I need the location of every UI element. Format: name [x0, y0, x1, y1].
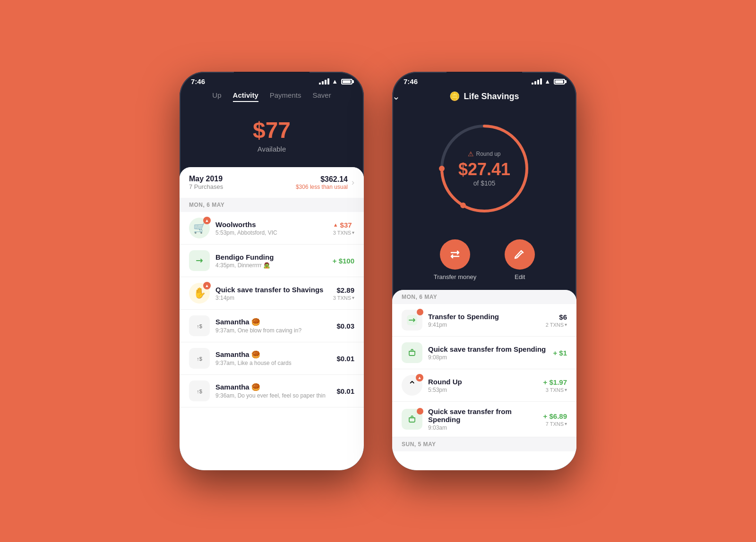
month-amount-section: $362.14 $306 less than usual ›: [296, 175, 354, 190]
txn-txns: 3 TXNS ▾: [543, 387, 567, 393]
txn-icon-samantha1: ↑$: [189, 315, 210, 336]
table-row[interactable]: Transfer to Spending 9:41pm $6 2 TXNS ▾: [392, 304, 576, 337]
nav-item-saver[interactable]: Saver: [312, 91, 331, 102]
month-title: May 2019: [189, 175, 223, 183]
table-row[interactable]: ↑$ Samantha 🥮 9:37am, Like a house of ca…: [180, 342, 364, 375]
txn-icon-woolworths: 🛒 ▲: [189, 218, 210, 238]
svg-text:↑$: ↑$: [197, 323, 202, 329]
txn-details-samantha2: Samantha 🥮 9:37am, Like a house of cards: [215, 350, 336, 366]
phone1-notch: [234, 72, 309, 86]
txn-sub: 9:08pm: [428, 354, 553, 361]
phone2: 7:46 ▲ ⌄ 🪙 Life Shavings: [392, 72, 576, 470]
txn-txns: 3 TXNS ▾: [333, 295, 354, 301]
txn-details-roundup: Round Up 5:53pm: [428, 378, 543, 393]
month-info: May 2019 7 Purchases: [189, 175, 223, 190]
phone2-time: 7:46: [404, 77, 418, 85]
nav-item-payments[interactable]: Payments: [270, 91, 301, 102]
txn-name: Transfer to Spending: [428, 313, 546, 321]
txn-name: Woolworths: [215, 220, 333, 229]
txn-name: Round Up: [428, 378, 543, 386]
txn-name: Samantha 🥮: [215, 350, 336, 359]
txn-icon-roundup: ⌃ ▲: [402, 375, 422, 396]
txn-icon-samantha3: ↑$: [189, 381, 210, 401]
edit-label: Edit: [505, 273, 535, 280]
txn-amount: ▲ $37: [333, 221, 354, 229]
back-button[interactable]: ⌄: [392, 91, 400, 102]
table-row[interactable]: Quick save transfer from Spending 9:08pm…: [392, 337, 576, 369]
table-row[interactable]: 🛒 ▲ Woolworths 5:53pm, Abbotsford, VIC ▲…: [180, 212, 364, 245]
txn-name: Bendigo Funding: [215, 253, 333, 261]
edit-button[interactable]: [505, 239, 535, 270]
txn-icon-samantha2: ↑$: [189, 348, 210, 369]
txn-details-samantha1: Samantha 🥮 9:37am, One blow from caving …: [215, 318, 336, 334]
savings-of: of $105: [458, 179, 510, 187]
orange-badge2: [417, 408, 423, 415]
day-header-2: MON, 6 MAY: [392, 290, 576, 304]
roundup-text: Round up: [476, 151, 500, 157]
txn-sub: 9:36am, Do you ever feel, feel so paper …: [215, 392, 336, 399]
txn-amount: $0.03: [336, 322, 354, 330]
roundup-badge: ▲: [203, 282, 211, 289]
txn-name: Samantha 🥮: [215, 383, 336, 391]
txn-amount-samantha2: $0.01: [336, 355, 354, 363]
phones-container: 7:46 ▲ Up Activity Payments Saver $77 Av…: [180, 72, 576, 470]
month-header[interactable]: May 2019 7 Purchases $362.14 $306 less t…: [180, 167, 364, 198]
day-header-1: MON, 6 MAY: [180, 198, 364, 212]
transfer-money-button[interactable]: [440, 239, 470, 270]
txn-amount-quicksave-spending2: + $6.89 7 TXNS ▾: [543, 412, 567, 427]
phone2-status-icons: ▲: [532, 78, 565, 85]
txn-details-bendigo: Bendigo Funding 4:35pm, Dinnerrrrr 🧟: [215, 253, 333, 269]
txn-icon-quicksave1: ✋ ▲: [189, 283, 210, 304]
txn-sub: 5:53pm: [428, 387, 543, 393]
transfer-money-label: Transfer money: [434, 273, 477, 280]
roundup-icon: ⚠: [468, 150, 474, 158]
roundup-label: ⚠ Round up: [458, 150, 510, 158]
txn-details-quicksave1: Quick save transfer to Shavings 3:14pm: [215, 286, 333, 301]
txn-amount-samantha1: $0.03: [336, 322, 354, 330]
txn-icon-bendigo: [189, 250, 210, 271]
txn-amount: $2.89: [333, 286, 354, 294]
table-row[interactable]: ✋ ▲ Quick save transfer to Shavings 3:14…: [180, 277, 364, 310]
txn-sub: 5:53pm, Abbotsford, VIC: [215, 229, 333, 236]
txn-icon-transfer-spending: [402, 310, 422, 330]
day-header-3: SUN, 5 MAY: [392, 437, 576, 451]
txn-amount-quicksave-spending1: + $1: [553, 349, 567, 357]
savings-amount: $27.41: [458, 160, 510, 179]
txn-amount-quicksave1: $2.89 3 TXNS ▾: [333, 286, 354, 301]
wifi-icon: ▲: [544, 78, 550, 85]
balance-section: $77 Available: [180, 108, 364, 167]
txn-details-quicksave-spending1: Quick save transfer from Spending 9:08pm: [428, 345, 553, 361]
table-row[interactable]: Quick save transfer from Spending 9:03am…: [392, 402, 576, 437]
home-indicator: [243, 465, 300, 466]
txn-name: Quick save transfer from Spending: [428, 345, 553, 353]
wifi-icon: ▲: [332, 78, 338, 85]
phone2-title: 🪙 Life Shavings: [449, 91, 519, 102]
table-row[interactable]: Bendigo Funding 4:35pm, Dinnerrrrr 🧟 + $…: [180, 245, 364, 277]
nav-item-activity[interactable]: Activity: [233, 91, 258, 102]
title-text: Life Shavings: [464, 92, 519, 102]
txn-sub: 9:41pm: [428, 322, 546, 328]
battery-icon: [341, 79, 352, 85]
txn-amount-samantha3: $0.01: [336, 387, 354, 395]
month-savings: $306 less than usual: [296, 184, 348, 190]
circle-center: ⚠ Round up $27.41 of $105: [458, 150, 510, 187]
txn-amount: + $1: [553, 349, 567, 357]
table-row[interactable]: ⌃ ▲ Round Up 5:53pm + $1.97 3 TXNS ▾: [392, 369, 576, 402]
phone1-nav[interactable]: Up Activity Payments Saver: [180, 87, 364, 108]
roundup-badge: ▲: [203, 217, 211, 224]
roundup-badge: ▲: [416, 374, 423, 381]
txn-details-woolworths: Woolworths 5:53pm, Abbotsford, VIC: [215, 220, 333, 236]
phone2-title-row: ⌄ 🪙 Life Shavings: [392, 87, 576, 107]
txn-amount: $6: [546, 313, 567, 321]
balance-amount: $77: [180, 117, 364, 143]
txn-amount: $0.01: [336, 387, 354, 395]
table-row[interactable]: ↑$ Samantha 🥮 9:36am, Do you ever feel, …: [180, 375, 364, 407]
txn-amount: $0.01: [336, 355, 354, 363]
txn-amount: + $6.89: [543, 412, 567, 420]
txn-sub: 4:35pm, Dinnerrrrr 🧟: [215, 262, 333, 269]
table-row[interactable]: ↑$ Samantha 🥮 9:37am, One blow from cavi…: [180, 310, 364, 342]
action-buttons: Transfer money Edit: [392, 235, 576, 290]
txn-details-transfer-spending: Transfer to Spending 9:41pm: [428, 313, 546, 328]
nav-item-up[interactable]: Up: [212, 91, 221, 102]
txn-sub: 9:37am, Like a house of cards: [215, 360, 336, 366]
